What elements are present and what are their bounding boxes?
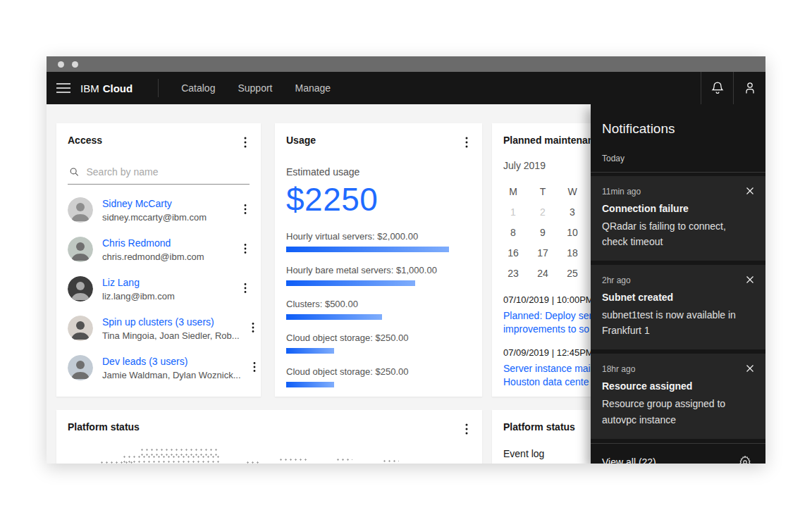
notification-body: subnet1test is now available in Frankfur… <box>602 307 743 338</box>
platform-status-map-card: Platform status <box>56 410 482 464</box>
calendar-day[interactable]: 23 <box>503 263 523 283</box>
user-row: Spin up clusters (3 users) Tina Mingoia,… <box>56 309 261 348</box>
notifications-footer: View all (22) <box>591 443 765 464</box>
notification-settings-button[interactable] <box>736 454 754 464</box>
metric-bar <box>286 314 382 320</box>
user-name-link[interactable]: Liz Lang <box>102 277 175 288</box>
notification-title: Connection failure <box>602 203 754 214</box>
dashboard-content: Access Sidney McCarty sidney.mccarty@ibm… <box>47 104 765 464</box>
notification-time: 18hr ago <box>602 364 754 374</box>
notifications-group-label: Today <box>602 154 754 163</box>
search-input[interactable] <box>86 166 250 178</box>
notification-item: 2hr ago Subnet created subnet1test is no… <box>591 265 765 349</box>
notifications-bell-button[interactable] <box>701 72 733 104</box>
access-card: Access Sidney McCarty sidney.mccarty@ibm… <box>56 123 261 397</box>
calendar-day[interactable]: 1 <box>503 201 523 222</box>
calendar-day[interactable]: 10 <box>562 222 582 242</box>
search-field[interactable] <box>68 161 250 185</box>
user-row: Liz Lang liz.lang@ibm.com <box>56 269 261 309</box>
notifications-panel: Notifications Today 11min ago Connection… <box>591 104 765 464</box>
user-icon <box>743 81 757 95</box>
user-row: Dev leads (3 users) Jamie Waldman, Dylan… <box>56 348 261 387</box>
notification-item: 11min ago Connection failure QRadar is f… <box>591 176 765 261</box>
notifications-title: Notifications <box>602 121 754 137</box>
user-email: chris.redmond@ibm.com <box>102 251 204 262</box>
platform-status-title: Platform status <box>68 421 140 433</box>
calendar-day-header: W <box>562 181 582 201</box>
metric-label: Clusters: $500.00 <box>286 299 471 309</box>
nav-divider <box>158 79 159 97</box>
avatar <box>68 316 93 341</box>
access-card-title: Access <box>68 135 102 146</box>
metric-label: Cloud object storage: $250.00 <box>286 366 471 377</box>
notification-item: 18hr ago Resource assigned Resource grou… <box>591 354 765 438</box>
user-list: Sidney McCarty sidney.mccarty@ibm.com Ch… <box>56 190 261 387</box>
group-members: Tina Mingoia, Joan Siedler, Rob... <box>102 330 240 341</box>
user-overflow-menu-icon[interactable] <box>241 242 250 258</box>
notifications-list: 11min ago Connection failure QRadar is f… <box>591 176 765 443</box>
calendar-day[interactable]: 8 <box>503 222 523 242</box>
notification-title: Resource assigned <box>602 380 754 392</box>
nav-item-catalog[interactable]: Catalog <box>170 72 226 104</box>
brand-logo[interactable]: IBM Cloud <box>80 72 133 104</box>
metric-bar <box>286 280 415 286</box>
calendar-day[interactable]: 17 <box>533 242 553 263</box>
usage-card: Usage Estimated usage $2250 Hourly virtu… <box>275 123 482 397</box>
nav-right <box>701 72 765 104</box>
platform-status-title: Platform status <box>503 421 575 433</box>
user-name-link[interactable]: Sidney McCarty <box>102 198 207 209</box>
top-nav: IBM Cloud Catalog Support Manage <box>47 72 765 104</box>
avatar <box>68 237 93 262</box>
maintenance-card-title: Planned maintenance <box>503 135 605 146</box>
usage-overflow-menu-icon[interactable] <box>462 135 471 152</box>
menu-icon[interactable] <box>47 72 80 104</box>
brand-bold: Cloud <box>103 82 133 94</box>
close-icon[interactable] <box>744 274 756 287</box>
user-row: Chris Redmond chris.redmond@ibm.com <box>56 230 261 269</box>
notifications-header: Notifications Today <box>591 104 765 173</box>
group-name-link[interactable]: Spin up clusters (3 users) <box>102 316 240 328</box>
notification-time: 11min ago <box>602 187 754 197</box>
calendar-day[interactable]: 24 <box>533 263 553 283</box>
window-control-dot[interactable] <box>72 61 78 68</box>
window-titlebar <box>47 56 765 72</box>
avatar <box>68 355 93 380</box>
usage-metric: Hourly virtual servers: $2,000.00 <box>286 231 471 252</box>
calendar-day[interactable]: 16 <box>503 242 523 263</box>
nav-item-manage[interactable]: Manage <box>283 72 342 104</box>
metric-label: Cloud object storage: $250.00 <box>286 333 471 343</box>
notification-title: Subnet created <box>602 292 754 303</box>
metric-bar <box>286 247 449 252</box>
platform-status-overflow-menu-icon[interactable] <box>462 421 471 439</box>
close-icon[interactable] <box>744 363 756 376</box>
user-overflow-menu-icon[interactable] <box>241 281 250 297</box>
user-overflow-menu-icon[interactable] <box>250 360 259 376</box>
user-overflow-menu-icon[interactable] <box>241 202 250 218</box>
user-name-link[interactable]: Chris Redmond <box>102 237 204 249</box>
calendar-day[interactable]: 9 <box>533 222 553 242</box>
usage-metric: Hourly bare metal servers: $1,000.00 <box>286 265 471 286</box>
group-members: Jamie Waldman, Dylan Woznick... <box>102 370 241 380</box>
close-icon[interactable] <box>744 185 756 199</box>
calendar-day[interactable]: 3 <box>562 201 582 222</box>
calendar-day[interactable]: 18 <box>562 242 582 263</box>
app-window: IBM Cloud Catalog Support Manage <box>47 56 765 464</box>
metric-bar <box>286 382 334 387</box>
usage-metric: Cloud object storage: $250.00 <box>286 366 471 387</box>
view-all-link[interactable]: View all (22) <box>602 456 656 464</box>
usage-metric: Cloud object storage: $250.00 <box>286 333 471 354</box>
calendar-day[interactable]: 25 <box>562 263 582 283</box>
group-name-link[interactable]: Dev leads (3 users) <box>102 356 241 367</box>
window-control-dot[interactable] <box>58 61 64 68</box>
bell-icon <box>710 81 725 95</box>
user-row: Sidney McCarty sidney.mccarty@ibm.com <box>56 190 261 230</box>
usage-subtitle: Estimated usage <box>286 166 471 178</box>
access-overflow-menu-icon[interactable] <box>241 135 250 152</box>
metric-label: Hourly bare metal servers: $1,000.00 <box>286 265 471 275</box>
user-overflow-menu-icon[interactable] <box>249 321 257 337</box>
account-button[interactable] <box>733 72 765 104</box>
nav-item-support[interactable]: Support <box>226 72 283 104</box>
world-dot-map <box>56 445 482 464</box>
calendar-day[interactable]: 2 <box>533 201 553 222</box>
notification-body: Resource group assigned to autovpc insta… <box>602 396 743 427</box>
